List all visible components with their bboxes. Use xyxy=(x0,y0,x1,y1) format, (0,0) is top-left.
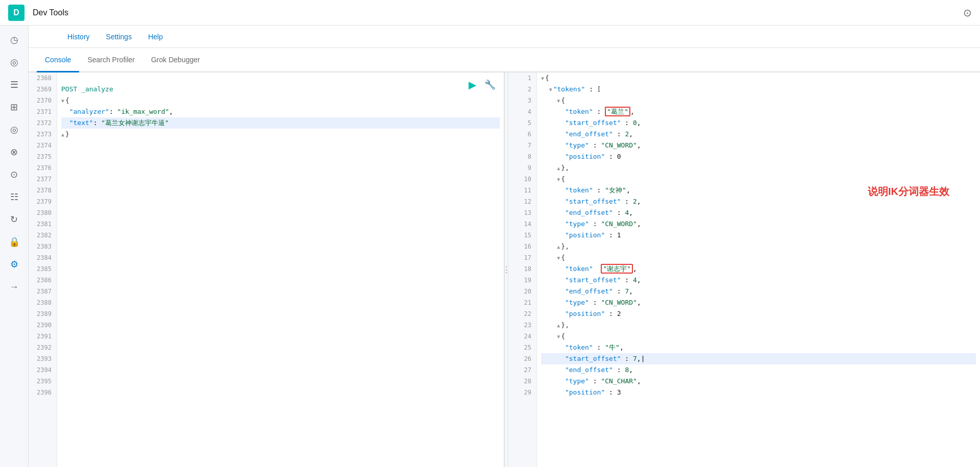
input-panel: ▶ 🔧 2368 2369 2370 2371 2372 2373 2374 2… xyxy=(29,72,504,467)
sidebar-icon-maps[interactable]: ◎ xyxy=(4,119,24,140)
output-line: "position" : 3 xyxy=(541,387,976,398)
output-line: ▼{ xyxy=(541,95,976,106)
output-line: ▲}, xyxy=(541,162,976,174)
content-area: History Settings Help Console Search Pro… xyxy=(29,26,980,467)
output-line: "end_offset" : 4, xyxy=(541,207,976,218)
code-line-highlighted: "text": "葛兰女神谢志宇牛逼" xyxy=(61,117,500,129)
output-line-numbers: 1 2 3 4 5 6 7 8 9 10 11 12 13 14 xyxy=(508,72,537,467)
panel-toolbar: ▶ 🔧 xyxy=(467,77,498,93)
code-line xyxy=(61,185,500,196)
input-line-numbers: 2368 2369 2370 2371 2372 2373 2374 2375 … xyxy=(29,72,57,467)
code-line: ▼{ xyxy=(61,95,500,106)
code-line xyxy=(61,353,500,364)
output-line: ▼{ xyxy=(541,72,976,84)
code-line xyxy=(61,252,500,263)
code-line xyxy=(61,230,500,241)
code-line xyxy=(61,331,500,342)
nav-settings[interactable]: Settings xyxy=(98,26,140,48)
input-code-content[interactable]: POST _analyze ▼{ "analyzer": "ik_max_wor… xyxy=(57,72,504,467)
code-line: "analyzer": "ik_max_word", xyxy=(61,106,500,117)
settings-button[interactable]: 🔧 xyxy=(482,77,498,93)
panel-divider[interactable]: ⋮ xyxy=(504,72,508,467)
code-line xyxy=(61,364,500,376)
output-line: "token" "谢志宇", xyxy=(541,263,976,275)
editor-area: ▶ 🔧 2368 2369 2370 2371 2372 2373 2374 2… xyxy=(29,72,980,467)
output-code-editor[interactable]: 1 2 3 4 5 6 7 8 9 10 11 12 13 14 xyxy=(508,72,980,467)
output-line: "start_offset" : 4, xyxy=(541,275,976,286)
output-line: "start_offset" : 2, xyxy=(541,196,976,207)
sidebar-icon-visualize[interactable]: ⊞ xyxy=(4,97,24,117)
sidebar-icon-security[interactable]: 🔒 xyxy=(4,232,24,252)
sidebar-icon-uptime[interactable]: ↻ xyxy=(4,209,24,230)
code-line xyxy=(61,174,500,185)
nav-help[interactable]: Help xyxy=(140,26,171,48)
code-line xyxy=(61,376,500,387)
output-line: "token" : "女神", xyxy=(541,185,976,196)
code-line xyxy=(61,297,500,308)
app-icon: D xyxy=(8,5,24,21)
output-code-content: ▼{ ▼"tokens" : [ ▼{ "token" : "葛兰", "sta… xyxy=(537,72,980,467)
code-line: ▲} xyxy=(61,129,500,140)
code-line xyxy=(61,275,500,286)
output-line: "end_offset" : 8, xyxy=(541,364,976,376)
output-line: "end_offset" : 7, xyxy=(541,286,976,297)
output-line: "position" : 0 xyxy=(541,151,976,162)
sidebar-icon-logs[interactable]: ☷ xyxy=(4,187,24,207)
output-line: "end_offset" : 2, xyxy=(541,129,976,140)
code-line xyxy=(61,72,500,84)
sidebar-icon-discover[interactable]: ◎ xyxy=(4,52,24,72)
output-line: "token" : "牛", xyxy=(541,342,976,353)
output-line: ▼{ xyxy=(541,252,976,263)
sidebar-icon-devtools[interactable]: ⚙ xyxy=(4,254,24,275)
code-line xyxy=(61,387,500,398)
main-layout: ◷ ◎ ☰ ⊞ ◎ ⊗ ⊙ ☷ ↻ 🔒 ⚙ → History Settings… xyxy=(0,26,980,467)
sidebar-icon-ml[interactable]: ⊙ xyxy=(4,164,24,185)
output-line: "position" : 2 xyxy=(541,308,976,319)
sidebar-icon-dashboard[interactable]: ☰ xyxy=(4,75,24,95)
sidebar-icon-stack[interactable]: → xyxy=(4,277,24,297)
output-line: ▼{ xyxy=(541,331,976,342)
output-line: "type" : "CN_WORD", xyxy=(541,140,976,151)
sidebar-icon-history[interactable]: ◷ xyxy=(4,30,24,50)
run-button[interactable]: ▶ xyxy=(467,77,478,93)
input-code-editor[interactable]: 2368 2369 2370 2371 2372 2373 2374 2375 … xyxy=(29,72,504,467)
code-line xyxy=(61,162,500,174)
top-bar: D Dev Tools ⊙ xyxy=(0,0,980,26)
settings-icon[interactable]: ⊙ xyxy=(963,7,972,19)
app-title: Dev Tools xyxy=(33,8,68,17)
tab-console[interactable]: Console xyxy=(37,48,79,72)
code-line xyxy=(61,263,500,275)
tab-search-profiler[interactable]: Search Profiler xyxy=(79,48,143,72)
code-line xyxy=(61,241,500,252)
sidebar: ◷ ◎ ☰ ⊞ ◎ ⊗ ⊙ ☷ ↻ 🔒 ⚙ → xyxy=(0,26,29,467)
code-line xyxy=(61,218,500,230)
code-line xyxy=(61,319,500,331)
sidebar-icon-graph[interactable]: ⊗ xyxy=(4,142,24,162)
code-line xyxy=(61,207,500,218)
code-line xyxy=(61,151,500,162)
code-line xyxy=(61,308,500,319)
code-line xyxy=(61,140,500,151)
code-line xyxy=(61,286,500,297)
output-line: "start_offset" : 0, xyxy=(541,117,976,129)
nav-bar: History Settings Help xyxy=(29,26,980,48)
output-line: ▲}, xyxy=(541,319,976,331)
code-line xyxy=(61,342,500,353)
output-line: ▲}, xyxy=(541,241,976,252)
nav-history[interactable]: History xyxy=(59,26,98,48)
output-line: "type" : "CN_WORD", xyxy=(541,218,976,230)
output-panel: 1 2 3 4 5 6 7 8 9 10 11 12 13 14 xyxy=(508,72,980,467)
output-line-highlighted: "start_offset" : 7,| xyxy=(541,353,976,364)
tab-grok-debugger[interactable]: Grok Debugger xyxy=(143,48,208,72)
output-line: ▼"tokens" : [ xyxy=(541,84,976,95)
output-line: "type" : "CN_CHAR", xyxy=(541,376,976,387)
code-line: POST _analyze xyxy=(61,84,500,95)
output-line: "position" : 1 xyxy=(541,230,976,241)
output-line: "token" : "葛兰", xyxy=(541,106,976,117)
output-line: "type" : "CN_WORD", xyxy=(541,297,976,308)
tab-bar: Console Search Profiler Grok Debugger xyxy=(29,48,980,72)
code-line xyxy=(61,196,500,207)
output-line: ▼{ xyxy=(541,174,976,185)
